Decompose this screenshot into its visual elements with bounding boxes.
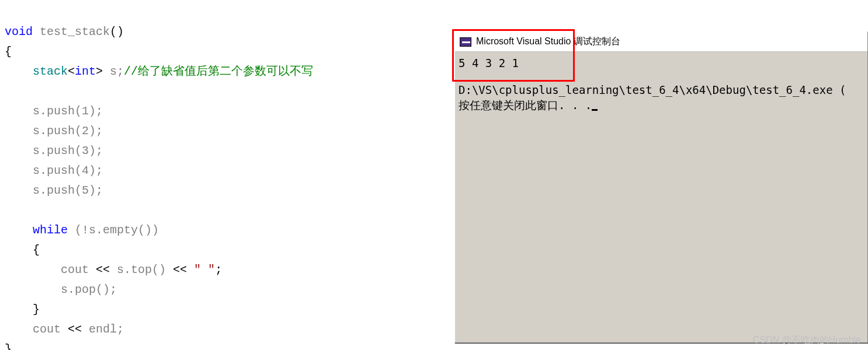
comment: //给了缺省值后第二个参数可以不写 bbox=[124, 65, 313, 78]
function-name: test_stack bbox=[40, 25, 110, 38]
while-keyword: while bbox=[33, 223, 68, 237]
stream-op-3: << bbox=[68, 323, 82, 336]
console-window[interactable]: Microsoft Visual Studio 调试控制台 5 4 3 2 1 … bbox=[454, 32, 868, 343]
top-call: s.top() bbox=[110, 263, 173, 276]
var-decl: s; bbox=[103, 65, 124, 78]
stack-type: stack bbox=[33, 65, 68, 78]
space bbox=[187, 263, 194, 276]
push-call-4: s.push(4); bbox=[33, 164, 103, 177]
cout-1a: cout bbox=[61, 263, 96, 276]
brace-open: { bbox=[5, 45, 12, 58]
inner-brace-close: } bbox=[33, 303, 40, 316]
int-type: int bbox=[75, 65, 96, 78]
while-cond: (!s.empty()) bbox=[68, 223, 159, 237]
console-titlebar[interactable]: Microsoft Visual Studio 调试控制台 bbox=[455, 32, 867, 52]
push-call-5: s.push(5); bbox=[33, 184, 103, 197]
stream-op-2: << bbox=[173, 263, 187, 276]
brace-close: } bbox=[5, 342, 12, 350]
watermark: CSDN @不吃肉的Humble bbox=[753, 334, 861, 346]
console-prompt: 按任意键关闭此窗口. . . bbox=[459, 99, 592, 111]
angle-open: < bbox=[68, 65, 75, 78]
endl: endl; bbox=[82, 323, 124, 336]
inner-brace-open: { bbox=[33, 243, 40, 257]
pop-call: s.pop(); bbox=[61, 283, 117, 296]
vs-icon bbox=[460, 37, 471, 47]
push-call-1: s.push(1); bbox=[33, 104, 103, 118]
code-editor[interactable]: void test_stack() { stack<int> s;//给了缺省值… bbox=[0, 0, 456, 350]
cout-2a: cout bbox=[33, 323, 68, 336]
push-call-3: s.push(3); bbox=[33, 144, 103, 158]
push-call-2: s.push(2); bbox=[33, 124, 103, 138]
cursor-icon bbox=[592, 109, 598, 111]
parens: () bbox=[110, 25, 124, 38]
keyword-void: void bbox=[5, 25, 33, 38]
stream-op-1: << bbox=[96, 263, 110, 276]
angle-close: > bbox=[96, 65, 103, 78]
console-path: D:\VS\cplusplus_learning\test_6_4\x64\De… bbox=[459, 82, 864, 97]
console-body[interactable]: 5 4 3 2 1 D:\VS\cplusplus_learning\test_… bbox=[455, 52, 867, 116]
console-output: 5 4 3 2 1 bbox=[459, 55, 864, 71]
string-literal: " " bbox=[194, 263, 215, 276]
semicolon: ; bbox=[215, 263, 222, 276]
console-title: Microsoft Visual Studio 调试控制台 bbox=[476, 36, 620, 48]
